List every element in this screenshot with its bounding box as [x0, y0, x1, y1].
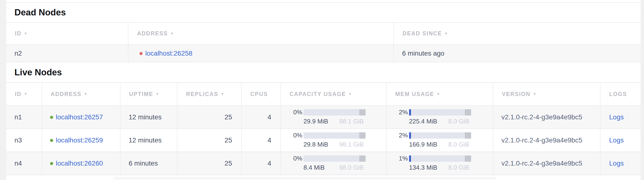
table-row: n3 localhost:26259 12 minutes 25 4 0% 29…	[6, 129, 641, 152]
cell-replicas: 25	[178, 106, 242, 128]
table-row: n4 localhost:26260 6 minutes 25 4 0% 8.4…	[6, 152, 641, 175]
capacity-used-value: 29.8 MiB	[304, 141, 328, 148]
cell-node-id: n3	[6, 129, 42, 152]
cell-mem-usage: 1% 134.3 MiB 8.0 GiB	[387, 152, 493, 175]
memory-used-value: 134.3 MiB	[409, 164, 437, 171]
node-address-link[interactable]: localhost:26257	[56, 113, 103, 121]
memory-total-value: 8.0 GiB	[448, 164, 471, 171]
bar-end-segment	[465, 156, 471, 162]
bar-end-segment	[359, 109, 366, 116]
cell-node-address: localhost:26258	[128, 45, 394, 62]
capacity-total-value: 98.1 GiB	[339, 141, 366, 148]
column-header-version[interactable]: VERSION ▼	[493, 83, 600, 106]
cell-cpus: 4	[242, 129, 281, 152]
node-address-link[interactable]: localhost:26259	[56, 136, 103, 144]
capacity-used-value: 29.9 MiB	[304, 118, 328, 125]
column-header-address[interactable]: ADDRESS ▼	[128, 22, 394, 44]
column-header-replicas[interactable]: REPLICAS ▼	[178, 83, 242, 106]
bar-end-segment	[465, 132, 471, 138]
cell-mem-usage: 2% 166.9 MiB 8.0 GiB	[387, 129, 493, 152]
sort-desc-icon[interactable]: ▼	[24, 32, 28, 35]
bar-fill	[409, 132, 411, 138]
cell-capacity-usage: 0% 29.9 MiB 98.1 GiB	[281, 106, 387, 128]
cell-node-address: localhost:26260	[42, 152, 120, 175]
cell-node-address: localhost:26259	[42, 129, 120, 152]
cell-cpus: 4	[242, 152, 281, 175]
node-address-link[interactable]: localhost:26260	[56, 160, 103, 167]
capacity-percent-label: 0%	[293, 132, 302, 139]
cell-logs: Logs	[600, 129, 641, 152]
sort-desc-icon[interactable]: ▼	[437, 92, 440, 96]
cell-node-id: n4	[6, 152, 42, 175]
top-divider	[6, 0, 641, 3]
cell-version: v2.1.0-rc.2-4-g3e9a4e9bc5	[493, 152, 600, 175]
logs-link[interactable]: Logs	[609, 136, 624, 144]
memory-usage-bar	[409, 156, 471, 162]
capacity-used-value: 8.4 MiB	[304, 164, 325, 171]
memory-percent-label: 2%	[399, 108, 408, 116]
column-header-uptime[interactable]: UPTIME ▼	[120, 83, 178, 106]
cell-uptime: 12 minutes	[120, 129, 178, 152]
column-header-id[interactable]: ID ▼	[6, 22, 128, 44]
memory-percent-label: 2%	[399, 132, 408, 139]
memory-used-value: 225.4 MiB	[409, 118, 437, 125]
next-section-edge	[114, 177, 496, 180]
sort-desc-icon[interactable]: ▼	[84, 92, 88, 96]
status-live-icon	[50, 162, 53, 165]
column-header-dead-since[interactable]: DEAD SINCE ▼	[394, 22, 641, 44]
capacity-usage-bar	[304, 156, 366, 162]
cell-uptime: 12 minutes	[120, 106, 178, 128]
column-header-logs: LOGS	[600, 83, 641, 106]
column-header-cpus: CPUS	[242, 83, 281, 106]
cell-capacity-usage: 0% 29.8 MiB 98.1 GiB	[281, 129, 387, 152]
table-row: n1 localhost:26257 12 minutes 25 4 0% 29…	[6, 106, 641, 129]
memory-used-value: 166.9 MiB	[409, 141, 437, 148]
capacity-total-value: 98.0 GiB	[339, 164, 366, 171]
sort-desc-icon[interactable]: ▼	[221, 92, 224, 96]
cell-uptime: 6 minutes	[120, 152, 178, 175]
bar-end-segment	[359, 156, 366, 162]
cell-version: v2.1.0-rc.2-4-g3e9a4e9bc5	[493, 129, 600, 152]
sort-desc-icon[interactable]: ▼	[170, 32, 174, 35]
bar-fill	[409, 156, 411, 162]
column-header-capacity-usage[interactable]: CAPACITY USAGE ▼	[281, 83, 387, 106]
memory-usage-bar	[409, 132, 471, 138]
capacity-total-value: 98.1 GiB	[339, 118, 366, 125]
cell-node-id: n1	[6, 106, 42, 128]
capacity-usage-bar	[304, 132, 366, 138]
bottom-strip	[6, 175, 641, 180]
dead-node-row: n2 localhost:26258 6 minutes ago	[6, 45, 641, 62]
cell-logs: Logs	[600, 106, 641, 128]
sort-desc-icon[interactable]: ▼	[348, 92, 352, 96]
sort-desc-icon[interactable]: ▼	[24, 92, 28, 96]
cell-replicas: 25	[178, 152, 242, 175]
dead-nodes-section: Dead Nodes ID ▼ ADDRESS ▼ DEAD SINCE ▼ n…	[6, 3, 641, 62]
bar-fill	[409, 109, 411, 116]
cell-dead-since: 6 minutes ago	[394, 45, 641, 62]
cell-node-id: n2	[6, 45, 128, 62]
sort-desc-icon[interactable]: ▼	[156, 92, 160, 96]
column-header-address[interactable]: ADDRESS ▼	[42, 83, 120, 106]
capacity-usage-bar	[304, 109, 366, 116]
cell-replicas: 25	[178, 129, 242, 152]
column-header-id[interactable]: ID ▼	[6, 83, 42, 106]
dead-nodes-title: Dead Nodes	[6, 3, 641, 22]
nodes-overview-panel: Dead Nodes ID ▼ ADDRESS ▼ DEAD SINCE ▼ n…	[6, 0, 641, 180]
logs-link[interactable]: Logs	[609, 160, 624, 167]
logs-link[interactable]: Logs	[609, 113, 624, 121]
sort-desc-icon[interactable]: ▼	[533, 92, 537, 96]
sort-desc-icon[interactable]: ▼	[444, 32, 448, 35]
memory-total-value: 8.0 GiB	[448, 118, 471, 125]
node-address-link[interactable]: localhost:26258	[145, 50, 192, 57]
memory-percent-label: 1%	[399, 155, 408, 162]
column-header-mem-usage[interactable]: MEM USAGE ▼	[387, 83, 493, 106]
cell-mem-usage: 2% 225.4 MiB 8.0 GiB	[387, 106, 493, 128]
status-dead-icon	[140, 52, 142, 55]
cell-node-address: localhost:26257	[42, 106, 120, 128]
memory-usage-bar	[409, 109, 471, 116]
capacity-percent-label: 0%	[293, 108, 302, 116]
cell-cpus: 4	[242, 106, 281, 128]
cell-version: v2.1.0-rc.2-4-g3e9a4e9bc5	[493, 106, 600, 128]
bar-end-segment	[465, 109, 471, 116]
live-nodes-title: Live Nodes	[6, 62, 641, 82]
